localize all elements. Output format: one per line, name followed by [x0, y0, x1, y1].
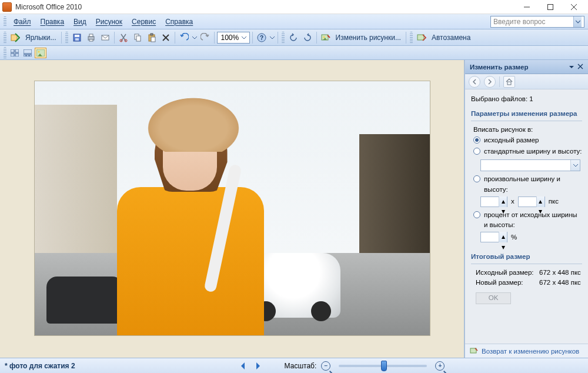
view-filmstrip-button[interactable]	[22, 48, 34, 58]
svg-rect-7	[89, 39, 93, 41]
toolbar-grip-3[interactable]	[282, 32, 285, 44]
menu-tools[interactable]: Сервис	[127, 16, 161, 27]
shortcuts-icon[interactable]	[9, 31, 22, 44]
undo-icon[interactable]	[178, 31, 191, 44]
shortcuts-label[interactable]: Ярлыки...	[23, 34, 59, 42]
menu-help[interactable]: Справка	[161, 16, 198, 27]
help-search-dropdown-icon[interactable]	[573, 16, 582, 27]
svg-rect-27	[26, 55, 29, 56]
footer-link[interactable]: Возврат к изменению рисунков	[482, 348, 579, 355]
svg-rect-22	[15, 49, 19, 52]
close-button[interactable]	[562, 0, 586, 14]
toolbar-grip-2[interactable]	[65, 32, 68, 44]
panel-menu-icon[interactable]	[569, 64, 574, 71]
menu-edit[interactable]: Правка	[36, 16, 69, 27]
svg-rect-24	[15, 54, 19, 56]
standard-size-combo[interactable]	[480, 159, 580, 171]
radio-icon	[473, 175, 480, 182]
original-size-row: Исходный размер: 672 x 448 пкс	[476, 268, 582, 278]
new-size-label: Новый размер:	[476, 278, 539, 288]
menu-view[interactable]: Вид	[69, 16, 91, 27]
panel-forward-icon[interactable]	[484, 76, 496, 88]
menu-grip[interactable]	[4, 16, 6, 27]
menu-picture[interactable]: Рисунок	[91, 16, 127, 27]
help-search-box[interactable]: Введите вопрос	[490, 16, 584, 28]
help-dropdown-icon[interactable]	[269, 35, 275, 40]
panel-home-icon[interactable]	[503, 76, 515, 88]
toolbar-grip-4[interactable]	[410, 32, 413, 44]
original-size-value: 672 x 448 пкс	[539, 268, 581, 278]
spin-down-icon[interactable]: ▾	[499, 242, 507, 252]
panel-close-icon[interactable]	[577, 64, 583, 71]
selected-files-row: Выбрано файлов: 1	[471, 94, 582, 104]
svg-rect-26	[24, 55, 26, 56]
copy-icon[interactable]	[131, 31, 144, 44]
delete-icon[interactable]	[159, 31, 172, 44]
help-icon[interactable]: ?	[255, 31, 268, 44]
radio-standard-label: стандартные ширину и высоту:	[484, 146, 582, 156]
rotate-left-icon[interactable]	[287, 31, 300, 44]
svg-rect-3	[75, 35, 79, 37]
percent-input[interactable]: ▴▾	[480, 232, 507, 242]
zoom-label: Масштаб:	[285, 362, 317, 370]
panel-footer: Возврат к изменению рисунков	[465, 344, 588, 358]
radio-icon	[473, 211, 480, 218]
toolbar-grip-1[interactable]	[4, 32, 6, 44]
cut-icon[interactable]	[117, 31, 130, 44]
autocorrect-icon[interactable]	[415, 31, 428, 44]
radio-percent[interactable]: процент от исходных ширины и высоты:	[473, 209, 582, 231]
svg-rect-6	[89, 34, 93, 36]
footer-icon	[470, 347, 478, 356]
minimize-button[interactable]	[515, 0, 539, 14]
maximize-button[interactable]	[539, 0, 562, 14]
radio-original-size[interactable]: исходный размер	[473, 135, 582, 146]
spin-up-icon[interactable]: ▴	[537, 197, 544, 207]
custom-sep: x	[511, 197, 514, 207]
app-title: Microsoft Office 2010	[15, 3, 82, 11]
zoom-slider[interactable]	[339, 365, 427, 367]
custom-width-input[interactable]: ▴▾	[480, 197, 507, 207]
svg-rect-0	[548, 4, 553, 9]
title-bar: Microsoft Office 2010	[0, 0, 588, 14]
paste-icon[interactable]	[145, 31, 158, 44]
prev-image-button[interactable]	[238, 361, 248, 371]
combo-dropdown-icon[interactable]	[570, 160, 580, 171]
spin-up-icon[interactable]: ▴	[499, 197, 507, 207]
edit-pictures-label[interactable]: Изменить рисунки...	[333, 34, 403, 42]
print-icon[interactable]	[85, 31, 98, 44]
view-single-button[interactable]	[35, 48, 46, 58]
redo-icon[interactable]	[199, 31, 212, 44]
save-icon[interactable]	[71, 31, 83, 44]
svg-rect-14	[151, 34, 153, 35]
spin-up-icon[interactable]: ▴	[499, 232, 507, 242]
panel-back-icon[interactable]	[469, 76, 480, 88]
edit-pictures-icon[interactable]	[319, 31, 332, 44]
svg-rect-31	[507, 82, 511, 85]
image-preview[interactable]	[35, 81, 430, 335]
svg-rect-12	[136, 36, 141, 41]
undo-dropdown-icon[interactable]	[192, 35, 198, 40]
ok-button[interactable]: OK	[476, 292, 511, 304]
canvas-area[interactable]	[0, 60, 465, 358]
radio-icon	[473, 136, 480, 144]
svg-rect-25	[24, 49, 32, 54]
svg-rect-23	[11, 54, 14, 56]
zoom-dropdown-icon[interactable]	[241, 35, 247, 40]
autocorrect-label[interactable]: Автозамена	[429, 34, 473, 42]
next-image-button[interactable]	[253, 361, 263, 371]
rotate-right-icon[interactable]	[301, 31, 314, 44]
radio-standard-size[interactable]: стандартные ширину и высоту:	[473, 146, 582, 157]
zoom-combo[interactable]	[217, 32, 250, 44]
radio-custom-label: произвольные ширину и высоту:	[484, 174, 582, 195]
view-thumbnails-button[interactable]	[9, 48, 21, 58]
custom-height-input[interactable]: ▴▾	[518, 197, 545, 207]
zoom-slider-thumb[interactable]	[381, 361, 387, 371]
zoom-in-icon[interactable]: +	[435, 361, 445, 371]
radio-custom-size[interactable]: произвольные ширину и высоту:	[473, 174, 582, 195]
mail-icon[interactable]	[99, 31, 112, 44]
view-grip[interactable]	[4, 47, 6, 59]
zoom-out-icon[interactable]: −	[321, 361, 330, 371]
svg-rect-28	[29, 55, 32, 56]
menu-file[interactable]: Файл	[9, 16, 36, 27]
zoom-input[interactable]	[220, 33, 241, 42]
